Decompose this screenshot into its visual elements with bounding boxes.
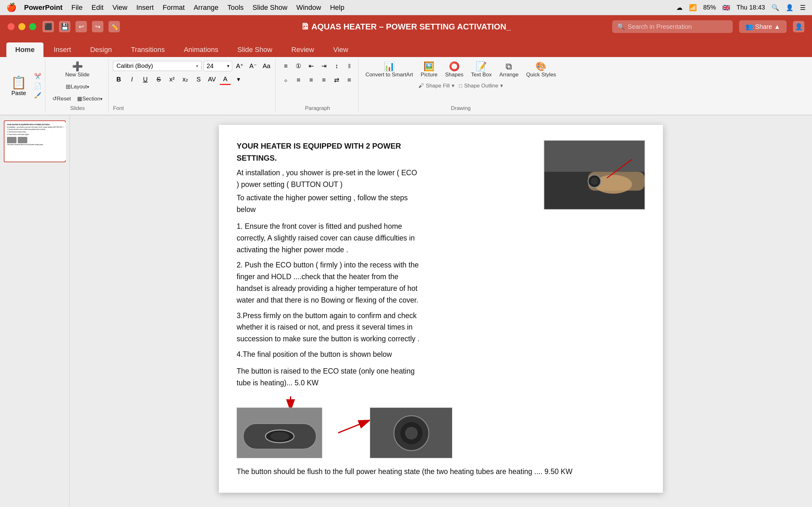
undo-icon[interactable]: ↩ — [75, 21, 87, 32]
clipboard-options: ✂️ 📄 🖌️ — [33, 60, 43, 112]
tab-design[interactable]: Design — [81, 43, 120, 57]
redo-icon[interactable]: ↪ — [92, 21, 103, 32]
menu-view[interactable]: View — [112, 3, 127, 12]
clipboard-group: 📋 Paste ✂️ 📄 🖌️ — [3, 59, 45, 113]
font-group: Calibri (Body) ▾ 24 ▾ A⁺ A⁻ Aa B I U S x… — [110, 59, 275, 113]
align-left-button[interactable]: ⬦ — [280, 74, 292, 86]
copy-button[interactable]: 📄 — [33, 82, 43, 90]
text-color-button[interactable]: A — [219, 73, 231, 85]
cut-button[interactable]: ✂️ — [33, 72, 43, 80]
close-button[interactable] — [8, 23, 14, 30]
menu-file[interactable]: File — [71, 3, 83, 12]
textbox-button[interactable]: 📝 Text Box — [468, 60, 494, 80]
svg-point-5 — [591, 177, 598, 185]
slide-line-8: The button is raised to the ECO state (o… — [237, 365, 420, 389]
shape-fill-icon: 🖌 — [418, 83, 424, 89]
menu-icon[interactable]: ☰ — [800, 4, 806, 11]
tab-view[interactable]: View — [324, 43, 357, 57]
shapes-label: Shapes — [445, 72, 463, 78]
quickstyles-button[interactable]: 🎨 Quick Styles — [524, 60, 559, 80]
text-direction-button[interactable]: ⇄ — [331, 74, 342, 86]
slide-text-content: YOUR HEATER IS EQUIPPED WITH 2 POWER SET… — [237, 140, 427, 389]
slide-image-bottom-left[interactable] — [237, 407, 322, 458]
tab-home[interactable]: Home — [6, 43, 44, 57]
search-input[interactable]: 🔍 Search in Presentation — [612, 20, 733, 33]
text-highlight-button[interactable]: ▾ — [233, 73, 244, 85]
slide-image-top-right[interactable] — [544, 140, 645, 210]
toolbar-collapse-icon[interactable]: ⬛ — [43, 21, 54, 32]
account-icon[interactable]: 👤 — [793, 21, 804, 32]
slide-canvas[interactable]: YOUR HEATER IS EQUIPPED WITH 2 POWER SET… — [219, 125, 663, 493]
align-right-button[interactable]: ≡ — [305, 74, 317, 86]
tab-insert[interactable]: Insert — [45, 43, 80, 57]
section-button[interactable]: ▦ Section ▾ — [74, 94, 105, 104]
share-dropdown-icon: ▲ — [774, 23, 780, 31]
superscript-button[interactable]: x² — [166, 73, 177, 85]
align-center-button[interactable]: ≡ — [293, 74, 304, 86]
numbering-button[interactable]: ① — [293, 60, 304, 72]
slide-image-bottom-right[interactable] — [370, 407, 452, 458]
menu-arrange[interactable]: Arrange — [194, 3, 218, 12]
quickstyles-label: Quick Styles — [526, 72, 556, 78]
subscript-button[interactable]: x₂ — [180, 73, 191, 85]
new-slide-icon: ➕ — [72, 62, 83, 71]
share-button[interactable]: 👥 Share ▲ — [739, 20, 786, 33]
menu-tools[interactable]: Tools — [227, 3, 244, 12]
convert-to-smartart-button[interactable]: 📊 Convert to SmartArt — [363, 60, 415, 80]
slides-group: ➕ New Slide ⊞ Layout ▾ ↺ Reset ▦ Section… — [47, 59, 108, 113]
save-icon[interactable]: 💾 — [59, 21, 70, 32]
bold-button[interactable]: B — [113, 73, 124, 85]
arrange-button[interactable]: ⧉ Arrange — [497, 60, 521, 80]
wifi-icon: 📶 — [689, 4, 697, 11]
char-spacing-button[interactable]: AV — [206, 73, 217, 85]
strikethrough-button[interactable]: S — [153, 73, 164, 85]
arrange-label: Arrange — [499, 72, 518, 78]
format-painter-button[interactable]: 🖌️ — [33, 91, 43, 100]
font-group-label: Font — [113, 105, 272, 112]
underline-button[interactable]: U — [140, 73, 151, 85]
line-spacing-button[interactable]: ↕ — [331, 60, 342, 72]
slide-line-7: 4.The final position of the button is sh… — [237, 349, 420, 360]
slide-line-5: 2. Push the ECO button ( firmly ) into t… — [237, 259, 420, 306]
tab-transitions[interactable]: Transitions — [122, 43, 174, 57]
italic-button[interactable]: I — [126, 73, 138, 85]
layout-button[interactable]: ⊞ Layout ▾ — [63, 81, 92, 92]
menu-window[interactable]: Window — [296, 3, 321, 12]
decrease-indent-button[interactable]: ⇤ — [305, 60, 317, 72]
reset-button[interactable]: ↺ Reset — [50, 94, 73, 104]
user-icon[interactable]: 👤 — [786, 4, 794, 11]
text-shadow-button[interactable]: S — [193, 73, 204, 85]
columns-button[interactable]: ⫴ — [344, 60, 355, 72]
menu-edit[interactable]: Edit — [91, 3, 103, 12]
font-size-input[interactable]: 24 ▾ — [204, 61, 232, 71]
menu-slideshow[interactable]: Slide Show — [252, 3, 287, 12]
shape-outline-button[interactable]: □ Shape Outline ▾ — [459, 82, 503, 89]
search-icon[interactable]: 🔍 — [771, 4, 779, 11]
maximize-button[interactable] — [29, 23, 36, 30]
mac-menu-bar: 🍎 PowerPoint File Edit View Insert Forma… — [0, 0, 812, 15]
shape-fill-button[interactable]: 🖌 Shape Fill ▾ — [418, 82, 455, 89]
new-slide-button[interactable]: ➕ New Slide — [63, 60, 92, 80]
shapes-button[interactable]: ⭕ Shapes — [443, 60, 466, 80]
menu-help[interactable]: Help — [330, 3, 344, 12]
bullets-button[interactable]: ≡ — [280, 60, 292, 72]
font-family-dropdown[interactable]: Calibri (Body) ▾ — [113, 61, 202, 71]
menu-format[interactable]: Format — [163, 3, 185, 12]
picture-button[interactable]: 🖼️ Picture — [418, 60, 440, 80]
slide-thumbnail-1[interactable]: 1 YOUR HEATER IS EQUIPPED WITH 2 POWER S… — [4, 120, 66, 162]
align-text-button[interactable]: ≡ — [344, 74, 355, 86]
justify-button[interactable]: ≡ — [318, 74, 329, 86]
decrease-font-button[interactable]: A⁻ — [247, 60, 259, 72]
increase-indent-button[interactable]: ⇥ — [318, 60, 329, 72]
tab-slideshow[interactable]: Slide Show — [229, 43, 281, 57]
increase-font-button[interactable]: A⁺ — [234, 60, 246, 72]
menu-insert[interactable]: Insert — [136, 3, 154, 12]
paste-button[interactable]: 📋 Paste — [6, 60, 32, 112]
tab-animations[interactable]: Animations — [175, 43, 227, 57]
minimize-button[interactable] — [18, 23, 26, 30]
menu-powerpoint[interactable]: PowerPoint — [24, 3, 62, 12]
clear-format-button[interactable]: Aa — [261, 60, 272, 72]
tab-review[interactable]: Review — [282, 43, 323, 57]
customize-icon[interactable]: ✏️ — [108, 21, 120, 32]
apple-menu[interactable]: 🍎 — [6, 3, 16, 12]
